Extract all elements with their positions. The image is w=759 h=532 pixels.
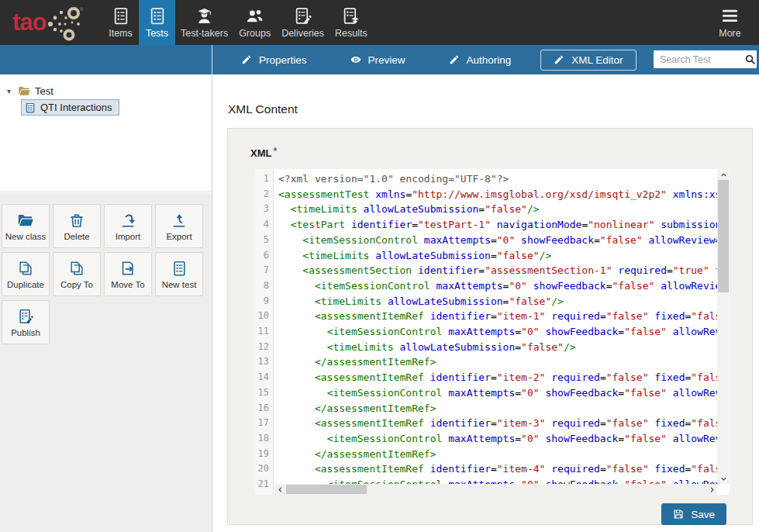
toolbar-action-label: XML Editor	[571, 54, 623, 66]
editor-code-area[interactable]: <?xml version="1.0" encoding="UTF-8"?><a…	[274, 169, 717, 495]
resource-tree: ▾ Test QTI Interactions	[0, 74, 212, 192]
tao-logo[interactable]: tao ®	[12, 3, 85, 43]
required-asterisk: *	[273, 146, 277, 157]
code-line: <assessmentItemRef identifier="item-4" r…	[278, 461, 717, 477]
toolbar-action-authoring[interactable]: Authoring	[438, 50, 523, 70]
copy-to-button[interactable]: Copy To	[53, 252, 101, 296]
nav-item-results[interactable]: Results	[329, 0, 373, 45]
clipboard-grad-icon	[341, 6, 361, 26]
editor-line-numbers: 123456789101112131415161718192021	[254, 169, 274, 495]
nav-item-label: Items	[109, 28, 133, 39]
page-title: XML Content	[228, 102, 298, 116]
top-header: tao ® ItemsTestsTest-takersGroupsDeliver…	[0, 0, 759, 45]
panel-divider	[212, 74, 212, 532]
nav-item-test-takers[interactable]: Test-takers	[175, 0, 233, 45]
nav-item-deliveries[interactable]: Deliveries	[276, 0, 329, 45]
line-number: 9	[254, 294, 269, 309]
new-test-button[interactable]: New test	[155, 252, 203, 296]
copy-icon	[68, 260, 85, 277]
export-button[interactable]: Export	[155, 204, 203, 248]
line-number: 19	[254, 447, 269, 462]
import-button[interactable]: Import	[104, 204, 152, 248]
editor-horizontal-scrollbar[interactable]	[274, 484, 717, 495]
search-icon[interactable]	[744, 54, 756, 65]
eye-icon	[350, 54, 361, 65]
save-button[interactable]: Save	[661, 503, 726, 525]
import-icon	[119, 212, 136, 229]
scroll-up-button[interactable]	[717, 169, 730, 180]
caret-down-icon[interactable]: ▾	[7, 87, 14, 95]
action-label: New test	[162, 280, 197, 289]
code-line: <itemSessionControl maxAttempts="0" show…	[278, 324, 717, 340]
editor-vertical-scrollbar[interactable]	[717, 169, 730, 484]
nav-item-groups[interactable]: Groups	[233, 0, 276, 45]
tree-root-test[interactable]: ▾ Test	[0, 74, 212, 97]
action-label: Delete	[64, 232, 89, 241]
duplicate-button[interactable]: Duplicate	[2, 252, 50, 296]
nav-item-label: Tests	[146, 28, 168, 39]
code-line: </assessmentItemRef>	[278, 354, 717, 370]
line-number: 15	[254, 385, 269, 401]
scrollbar-corner	[717, 484, 730, 495]
hamburger-icon	[720, 6, 740, 26]
action-label: Publish	[11, 328, 40, 337]
line-number: 12	[254, 340, 269, 355]
tree-item-label: QTI Interactions	[40, 102, 112, 113]
move-icon	[119, 260, 136, 277]
code-line: <assessmentItemRef identifier="item-3" r…	[278, 416, 717, 431]
line-number: 11	[254, 324, 269, 340]
xml-code-editor[interactable]: 123456789101112131415161718192021 <?xml …	[254, 169, 730, 495]
nav-item-tests[interactable]: Tests	[139, 0, 175, 45]
tree-item-qti-interactions[interactable]: QTI Interactions	[21, 99, 119, 116]
code-line: </assessmentItemRef>	[278, 401, 717, 416]
toolbar-action-properties[interactable]: Properties	[230, 50, 318, 70]
line-number: 4	[254, 217, 269, 233]
delete-button[interactable]: Delete	[53, 204, 101, 248]
code-line: <itemSessionControl maxAttempts="0" show…	[278, 431, 717, 447]
tree-root-label: Test	[35, 85, 53, 97]
line-number: 2	[254, 187, 269, 202]
toolbar-action-label: Properties	[259, 54, 307, 66]
folder-open-icon	[17, 212, 34, 229]
code-line: <timeLimits allowLateSubmission="false"/…	[278, 248, 717, 264]
floppy-disk-icon	[673, 509, 684, 520]
toolbar-action-label: Preview	[368, 54, 405, 66]
vertical-scroll-thumb[interactable]	[718, 180, 729, 292]
move-to-button[interactable]: Move To	[104, 252, 152, 296]
toolbar-action-preview[interactable]: Preview	[340, 50, 416, 70]
horizontal-scroll-thumb[interactable]	[286, 485, 367, 494]
line-number: 13	[254, 354, 269, 370]
search-input[interactable]	[654, 50, 740, 68]
scroll-right-button[interactable]	[706, 484, 717, 495]
clipboard-list-icon	[171, 260, 188, 277]
publish-button[interactable]: Publish	[2, 300, 50, 344]
scroll-down-button[interactable]	[717, 473, 730, 484]
code-line: <assessmentTest xmlns="http://www.imsglo…	[278, 187, 717, 202]
nav-item-items[interactable]: Items	[102, 0, 139, 45]
nav-item-label: Test-takers	[181, 28, 228, 39]
nav-item-label: Deliveries	[281, 28, 324, 39]
new-class-button[interactable]: New class	[2, 204, 50, 248]
clipboard-pencil-icon	[293, 6, 312, 26]
line-number: 18	[254, 431, 269, 447]
code-line: <assessmentItemRef identifier="item-1" r…	[278, 309, 717, 324]
clipboard-pencil-icon	[17, 308, 34, 325]
code-line: <itemSessionControl maxAttempts="0" show…	[278, 233, 717, 248]
logo-burst-icon: ®	[43, 5, 85, 43]
code-line: <testPart identifier="testPart-1" naviga…	[278, 217, 717, 233]
nav-item-more[interactable]: More	[712, 0, 748, 45]
code-line: </assessmentItemRef>	[278, 447, 717, 462]
scroll-left-button[interactable]	[274, 484, 285, 495]
code-line: <timeLimits allowLateSubmission="false"/…	[278, 340, 717, 355]
line-number: 6	[254, 248, 269, 264]
logo-text: tao	[12, 3, 47, 42]
nav-item-label: Groups	[239, 28, 271, 39]
sidebar-action-grid: New classDeleteImportExportDuplicateCopy…	[0, 193, 212, 532]
action-label: Export	[166, 232, 191, 241]
code-line: <?xml version="1.0" encoding="UTF-8"?>	[278, 171, 717, 187]
action-label: Duplicate	[7, 280, 44, 289]
line-number: 7	[254, 263, 269, 278]
toolbar-action-xml-editor[interactable]: XML Editor	[540, 50, 636, 71]
code-line: <itemSessionControl maxAttempts="0" show…	[278, 385, 717, 401]
line-number: 10	[254, 309, 269, 324]
